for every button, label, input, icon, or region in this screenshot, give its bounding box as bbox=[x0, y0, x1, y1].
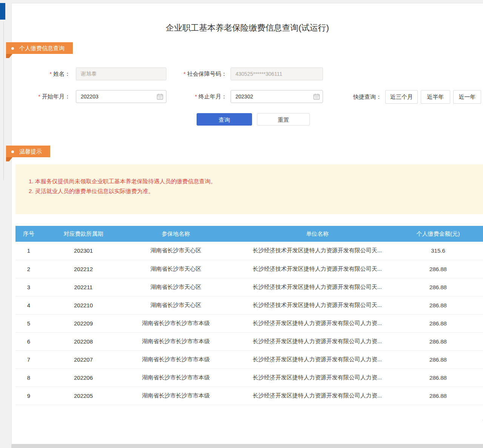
section-badge-tips: 温馨提示 bbox=[6, 146, 50, 157]
reset-button[interactable]: 重置 bbox=[257, 113, 310, 126]
column-header-amount: 个人缴费金额(元) bbox=[408, 226, 483, 242]
table-cell: 202206 bbox=[42, 368, 125, 387]
section-badge-label: 个人缴费信息查询 bbox=[19, 45, 65, 51]
calendar-icon[interactable] bbox=[157, 93, 163, 100]
table-row: 7202207湖南省长沙市长沙市市本级长沙经济开发区捷特人力资源开发有限公司人力… bbox=[15, 350, 483, 368]
table-row: 8202206湖南省长沙市长沙市市本级长沙经济开发区捷特人力资源开发有限公司人力… bbox=[15, 368, 483, 387]
table-header-row: 序号 对应费款所属期 参保地名称 单位名称 个人缴费金额(元) bbox=[15, 226, 483, 242]
quick-option-halfyear[interactable]: 近半年 bbox=[421, 90, 450, 104]
table-cell: 2 bbox=[15, 260, 42, 278]
table-cell: 长沙经济开发区捷特人力资源开发有限公司人力资... bbox=[227, 314, 408, 332]
table-cell: 湖南省长沙市长沙市市本级 bbox=[125, 332, 227, 350]
page-title: 企业职工基本养老保险缴费信息查询(试运行) bbox=[12, 22, 483, 34]
table-cell: 8 bbox=[15, 368, 42, 387]
bullet-dot-icon bbox=[11, 150, 14, 153]
column-header-index: 序号 bbox=[15, 226, 42, 242]
table-cell: 9 bbox=[15, 387, 42, 405]
column-header-period: 对应费款所属期 bbox=[42, 226, 125, 242]
table-cell: 长沙经济开发区捷特人力资源开发有限公司人力资... bbox=[227, 332, 408, 350]
table-cell: 湖南省长沙市天心区 bbox=[125, 278, 227, 296]
table-cell: 湖南省长沙市天心区 bbox=[125, 296, 227, 314]
section-badge-label: 温馨提示 bbox=[19, 148, 42, 155]
table-cell: 286.88 bbox=[408, 296, 483, 314]
tips-line: 1. 本服务仅提供尚未领取企业职工基本养老保险待遇人员的缴费信息查询。 bbox=[29, 176, 475, 186]
sidebar-edge-divider bbox=[3, 22, 4, 180]
table-row: 5202209湖南省长沙市长沙市市本级长沙经济开发区捷特人力资源开发有限公司人力… bbox=[15, 314, 483, 332]
end-month-input[interactable] bbox=[231, 90, 323, 103]
table-cell: 4 bbox=[15, 296, 42, 314]
quick-option-3months[interactable]: 近三个月 bbox=[385, 90, 418, 104]
table-body: 1202301湖南省长沙市天心区长沙经济技术开发区捷特人力资源开发有限公司天..… bbox=[15, 242, 483, 405]
table-cell: 长沙经济开发区捷特人力资源开发有限公司人力资... bbox=[227, 350, 408, 368]
table-cell: 湖南省长沙市天心区 bbox=[125, 260, 227, 278]
payment-records-table: 序号 对应费款所属期 参保地名称 单位名称 个人缴费金额(元) 1202301湖… bbox=[15, 226, 483, 405]
column-header-region: 参保地名称 bbox=[125, 226, 227, 242]
table-cell: 3 bbox=[15, 278, 42, 296]
table-cell: 湖南省长沙市长沙市市本级 bbox=[125, 314, 227, 332]
tips-notice-box: 1. 本服务仅提供尚未领取企业职工基本养老保险待遇人员的缴费信息查询。 2. 灵… bbox=[15, 164, 483, 214]
quick-query-label: 快捷查询： bbox=[340, 91, 381, 103]
calendar-icon[interactable] bbox=[313, 93, 320, 100]
table-cell: 长沙经济技术开发区捷特人力资源开发有限公司天... bbox=[227, 278, 408, 296]
table-row: 1202301湖南省长沙市天心区长沙经济技术开发区捷特人力资源开发有限公司天..… bbox=[15, 242, 483, 260]
table-cell: 286.88 bbox=[408, 332, 483, 350]
table-cell: 长沙经济技术开发区捷特人力资源开发有限公司天... bbox=[227, 260, 408, 278]
table-cell: 5 bbox=[15, 314, 42, 332]
table-cell: 286.88 bbox=[408, 260, 483, 278]
table-row: 2202212湖南省长沙市天心区长沙经济技术开发区捷特人力资源开发有限公司天..… bbox=[15, 260, 483, 278]
table-cell: 286.88 bbox=[408, 350, 483, 368]
table-cell: 202205 bbox=[42, 387, 125, 405]
ssn-label: *社会保障号码： bbox=[170, 68, 227, 80]
required-asterisk: * bbox=[184, 71, 186, 77]
table-row: 6202208湖南省长沙市长沙市市本级长沙经济开发区捷特人力资源开发有限公司人力… bbox=[15, 332, 483, 350]
bullet-dot-icon bbox=[11, 47, 14, 50]
table-cell: 202301 bbox=[42, 242, 125, 260]
required-asterisk: * bbox=[195, 94, 197, 100]
table-cell: 湖南省长沙市长沙市市本级 bbox=[125, 368, 227, 387]
table-cell: 7 bbox=[15, 350, 42, 368]
main-panel: 企业职工基本养老保险缴费信息查询(试运行) *姓名： *社会保障号码： *开始年… bbox=[11, 3, 483, 444]
section-badge-personal-query: 个人缴费信息查询 bbox=[6, 42, 73, 54]
required-asterisk: * bbox=[38, 94, 40, 100]
table-cell: 长沙经济技术开发区捷特人力资源开发有限公司天... bbox=[227, 296, 408, 314]
table-cell: 315.6 bbox=[408, 242, 483, 260]
quick-option-1year[interactable]: 近一年 bbox=[453, 90, 481, 104]
table-row: 9202205湖南省长沙市长沙市市本级长沙经济开发区捷特人力资源开发有限公司人力… bbox=[15, 387, 483, 405]
table-cell: 湖南省长沙市长沙市市本级 bbox=[125, 387, 227, 405]
table-cell: 202209 bbox=[42, 314, 125, 332]
table-cell: 6 bbox=[15, 332, 42, 350]
table-row: 3202211湖南省长沙市天心区长沙经济技术开发区捷特人力资源开发有限公司天..… bbox=[15, 278, 483, 296]
table-cell: 202211 bbox=[42, 278, 125, 296]
table-cell: 湖南省长沙市长沙市市本级 bbox=[125, 350, 227, 368]
name-label: *姓名： bbox=[19, 68, 70, 80]
double-chevron-left-icon[interactable] bbox=[481, 412, 483, 428]
table-cell: 202208 bbox=[42, 332, 125, 350]
table-row: 4202210湖南省长沙市天心区长沙经济技术开发区捷特人力资源开发有限公司天..… bbox=[15, 296, 483, 314]
start-month-label: *开始年月： bbox=[19, 90, 70, 103]
table-cell: 长沙经济技术开发区捷特人力资源开发有限公司天... bbox=[227, 242, 408, 260]
table-cell: 202212 bbox=[42, 260, 125, 278]
required-asterisk: * bbox=[50, 71, 52, 77]
name-input[interactable] bbox=[76, 68, 166, 80]
sidebar-collapsed-tab[interactable] bbox=[0, 3, 5, 20]
table-cell: 286.88 bbox=[408, 278, 483, 296]
end-month-label: *终止年月： bbox=[170, 90, 227, 103]
table-cell: 长沙经济开发区捷特人力资源开发有限公司人力资... bbox=[227, 387, 408, 405]
table-cell: 202210 bbox=[42, 296, 125, 314]
bottom-divider bbox=[11, 444, 483, 448]
column-header-employer: 单位名称 bbox=[227, 226, 408, 242]
start-month-input[interactable] bbox=[76, 90, 166, 103]
table-cell: 1 bbox=[15, 242, 42, 260]
table-cell: 286.88 bbox=[408, 314, 483, 332]
ssn-input[interactable] bbox=[231, 68, 323, 80]
table-cell: 长沙经济开发区捷特人力资源开发有限公司人力资... bbox=[227, 368, 408, 387]
table-cell: 286.88 bbox=[408, 368, 483, 387]
tips-line: 2. 灵活就业人员的缴费单位信息以实际缴费为准。 bbox=[29, 186, 475, 196]
table-cell: 286.88 bbox=[408, 387, 483, 405]
query-button[interactable]: 查询 bbox=[197, 113, 252, 126]
table-cell: 202207 bbox=[42, 350, 125, 368]
table-cell: 湖南省长沙市天心区 bbox=[125, 242, 227, 260]
